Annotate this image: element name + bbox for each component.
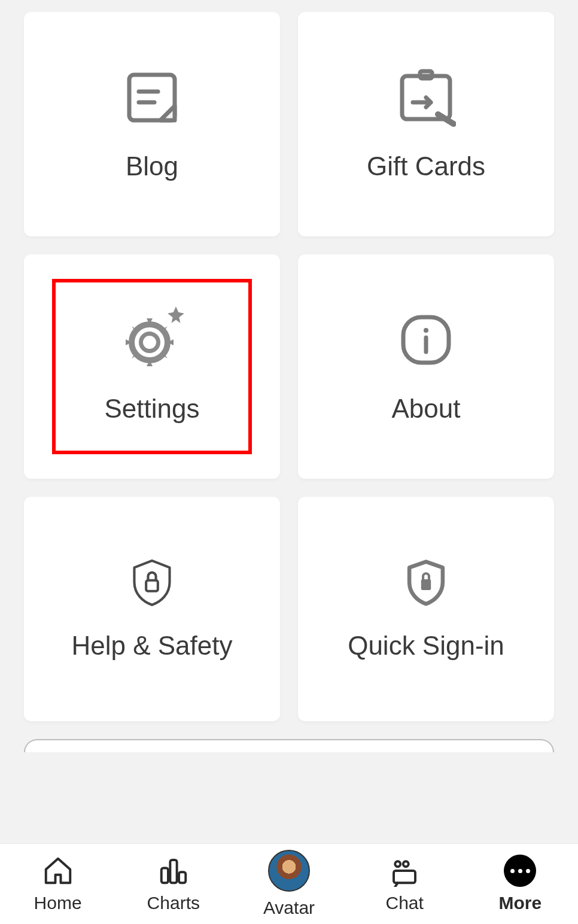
nav-label: Avatar	[263, 898, 315, 918]
svg-point-9	[424, 328, 428, 333]
nav-home[interactable]: Home	[0, 855, 115, 913]
svg-rect-15	[179, 872, 185, 883]
tile-label: Blog	[126, 151, 178, 181]
tile-about[interactable]: About	[298, 254, 554, 479]
nav-charts[interactable]: Charts	[115, 855, 231, 913]
svg-rect-14	[170, 860, 177, 883]
bottom-nav: Home Charts Avatar Chat	[0, 843, 578, 924]
gear-icon	[122, 310, 182, 370]
tile-label: Settings	[105, 394, 200, 424]
svg-rect-11	[146, 580, 158, 591]
charts-icon	[157, 855, 190, 887]
shield-lock-filled-icon	[401, 558, 451, 607]
nav-label: More	[499, 893, 542, 913]
svg-point-16	[395, 861, 400, 867]
tile-gift-cards[interactable]: Gift Cards	[298, 12, 554, 236]
tile-label: About	[392, 394, 461, 424]
svg-point-17	[403, 861, 409, 867]
tile-settings[interactable]: Settings	[24, 254, 280, 479]
shield-lock-outline-icon	[127, 558, 177, 607]
tile-quick-sign-in[interactable]: Quick Sign-in	[298, 497, 554, 721]
tile-help-safety[interactable]: Help & Safety	[24, 497, 280, 721]
svg-point-7	[143, 336, 156, 349]
tile-label: Gift Cards	[367, 151, 485, 181]
svg-rect-13	[162, 868, 168, 883]
tile-label: Quick Sign-in	[348, 631, 504, 661]
nav-label: Chat	[386, 893, 424, 913]
svg-rect-18	[394, 871, 415, 883]
avatar-image	[268, 850, 310, 892]
gift-card-icon	[396, 68, 456, 127]
info-icon	[396, 310, 456, 370]
svg-rect-12	[421, 579, 431, 590]
nav-avatar[interactable]: Avatar	[231, 850, 346, 918]
menu-grid: Blog Gift Cards	[24, 12, 554, 721]
nav-chat[interactable]: Chat	[347, 855, 463, 913]
more-icon	[504, 855, 536, 887]
partial-card[interactable]	[24, 739, 554, 752]
nav-label: Charts	[147, 893, 200, 913]
tile-label: Help & Safety	[71, 631, 232, 661]
blog-icon	[122, 68, 182, 127]
chat-icon	[388, 855, 421, 887]
nav-label: Home	[34, 893, 82, 913]
tile-blog[interactable]: Blog	[24, 12, 280, 236]
more-menu-content: Blog Gift Cards	[0, 0, 578, 843]
home-icon	[42, 855, 74, 887]
nav-more[interactable]: More	[463, 855, 578, 913]
